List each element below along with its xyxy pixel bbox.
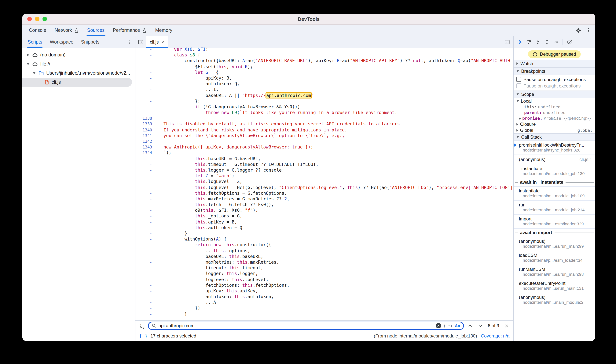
coverage-link[interactable]: Coverage: n/a xyxy=(481,333,509,339)
call-stack-frame[interactable]: (anonymous)node:internal/m...main_module… xyxy=(514,293,595,307)
scope-property-this[interactable]: this: undefined xyxy=(514,104,595,110)
section-scope[interactable]: Scope xyxy=(514,91,595,98)
line-number[interactable]: - xyxy=(135,179,155,185)
next-match-icon[interactable] xyxy=(477,322,484,329)
scope-property-parent[interactable]: parent: undefined xyxy=(514,110,595,116)
tab-performance[interactable]: Performance xyxy=(109,25,151,36)
line-number[interactable]: - xyxy=(135,196,155,202)
tab-network[interactable]: Network xyxy=(50,25,83,36)
step-icon[interactable] xyxy=(551,38,560,46)
line-number[interactable]: - xyxy=(135,254,155,260)
line-number[interactable]: - xyxy=(135,248,155,254)
tab-console[interactable]: Console xyxy=(25,25,50,36)
line-number[interactable]: - xyxy=(135,271,155,277)
line-number[interactable]: - xyxy=(135,277,155,282)
line-number[interactable]: - xyxy=(135,98,155,104)
editor-tab-clijs[interactable]: cli.js × xyxy=(146,36,168,48)
previous-match-icon[interactable] xyxy=(467,322,474,329)
line-number[interactable]: - xyxy=(135,173,155,179)
line-number[interactable]: - xyxy=(135,162,155,168)
hide-navigator-icon[interactable] xyxy=(136,38,145,47)
scope-group-global[interactable]: Globalglobal xyxy=(514,127,595,133)
line-number[interactable]: 1343 xyxy=(135,144,155,150)
line-number[interactable]: - xyxy=(135,168,155,173)
pretty-print-icon[interactable]: { } xyxy=(139,333,147,339)
close-window-button[interactable] xyxy=(27,17,32,21)
call-stack-frame[interactable]: _instantiatenode:internal/m...module_job… xyxy=(514,164,595,178)
source-origin-link[interactable]: node:internal/modules/esm/module_job:130 xyxy=(387,333,476,339)
line-number[interactable]: 1341 xyxy=(135,133,155,139)
line-number[interactable]: - xyxy=(135,190,155,196)
checkbox[interactable] xyxy=(516,77,521,82)
line-number[interactable]: - xyxy=(135,81,155,87)
sidebar-tab-workspace[interactable]: Workspace xyxy=(46,36,77,48)
line-number[interactable]: - xyxy=(135,311,155,317)
line-number[interactable]: - xyxy=(135,282,155,288)
sidebar-tab-scripts[interactable]: Scripts xyxy=(24,36,46,48)
line-number[interactable]: - xyxy=(135,265,155,271)
hide-debugger-panel-icon[interactable] xyxy=(503,38,512,47)
settings-gear-icon[interactable] xyxy=(574,26,583,35)
line-number[interactable]: - xyxy=(135,75,155,81)
line-number[interactable]: - xyxy=(135,202,155,208)
breakpoint-option[interactable]: Pause on caught exceptions xyxy=(514,83,595,89)
line-number[interactable]: 1344 xyxy=(135,150,155,156)
call-stack-frame[interactable]: instantiatenode:internal/m...module_job:… xyxy=(514,187,595,201)
line-number[interactable]: - xyxy=(135,231,155,236)
line-number[interactable]: - xyxy=(135,260,155,265)
scope-group-closure[interactable]: Closure xyxy=(514,121,595,127)
tree-item-cli-js[interactable]: cli.js xyxy=(22,78,132,87)
clear-search-icon[interactable]: ✕ xyxy=(436,323,441,328)
step-over-icon[interactable] xyxy=(524,38,533,46)
line-number[interactable]: 1342 xyxy=(135,139,155,144)
call-stack-frame[interactable]: runMainESMnode:internal/m...es/run_main:… xyxy=(514,265,595,279)
tree-item--no-domain-[interactable]: (no domain) xyxy=(22,50,135,59)
section-breakpoints[interactable]: Breakpoints xyxy=(514,67,595,75)
line-number[interactable]: - xyxy=(135,294,155,299)
step-out-icon[interactable] xyxy=(542,38,551,46)
tab-close-icon[interactable]: × xyxy=(161,39,164,45)
line-number[interactable]: - xyxy=(135,208,155,213)
deactivate-breakpoints-icon[interactable] xyxy=(565,38,574,46)
line-number[interactable]: - xyxy=(135,219,155,225)
call-stack-frame[interactable]: await in import xyxy=(514,229,595,237)
line-number[interactable]: - xyxy=(135,93,155,98)
call-stack-frame[interactable]: importnode:internal/m...esm/loader:329 xyxy=(514,215,595,229)
line-number[interactable]: - xyxy=(135,288,155,294)
line-number[interactable]: - xyxy=(135,300,155,305)
checkbox[interactable] xyxy=(516,83,521,88)
call-stack-frame[interactable]: (anonymous)node:internal/m...es/run_main… xyxy=(514,237,595,251)
call-stack-frame[interactable]: await in _instantiate xyxy=(514,178,595,187)
line-number[interactable]: - xyxy=(135,242,155,248)
zoom-window-button[interactable] xyxy=(42,17,47,21)
breakpoint-option[interactable]: Pause on uncaught exceptions xyxy=(514,76,595,83)
close-find-bar-icon[interactable] xyxy=(503,322,510,329)
line-number[interactable]: - xyxy=(135,110,155,116)
line-number[interactable]: - xyxy=(135,236,155,242)
call-stack-frame[interactable]: runnode:internal/m...module_job:214 xyxy=(514,201,595,215)
line-number[interactable]: - xyxy=(135,305,155,311)
tab-memory[interactable]: Memory xyxy=(151,25,176,36)
line-number[interactable]: - xyxy=(135,104,155,110)
scope-property-promise[interactable]: promise: Promise {<pending>} xyxy=(514,116,595,121)
line-number[interactable]: - xyxy=(135,52,155,58)
line-number[interactable]: - xyxy=(135,58,155,64)
section-watch[interactable]: Watch xyxy=(514,60,595,67)
line-number[interactable]: - xyxy=(135,64,155,69)
line-number[interactable]: 1339 xyxy=(135,121,155,127)
sidebar-tab-snippets[interactable]: Snippets xyxy=(77,36,103,48)
replace-toggle-icon[interactable]: A B xyxy=(139,322,145,329)
more-options-icon[interactable] xyxy=(584,26,593,35)
scope-group-local[interactable]: Local xyxy=(514,98,595,104)
section-call-stack[interactable]: Call Stack xyxy=(514,133,595,141)
step-into-icon[interactable] xyxy=(533,38,542,46)
tree-item-file-[interactable]: file:// xyxy=(22,59,135,69)
line-number[interactable]: - xyxy=(135,225,155,231)
line-number[interactable]: 1338 xyxy=(135,116,155,121)
search-input[interactable]: api.anthropic.com ✕ (.*) Aa xyxy=(148,322,464,330)
line-number[interactable]: 1340 xyxy=(135,127,155,133)
call-stack-frame[interactable]: loadESMnode:internal/p.../esm_loader:34 xyxy=(514,251,595,265)
source-code-viewport[interactable]: - var Xs0, $F1;- class $8 {- constructor… xyxy=(135,46,513,320)
tree-item-users-jinhuilee-nvm-versions-node-v2-[interactable]: Users/jinhuilee/.nvm/versions/node/v2... xyxy=(22,69,135,78)
line-number[interactable]: - xyxy=(135,70,155,75)
